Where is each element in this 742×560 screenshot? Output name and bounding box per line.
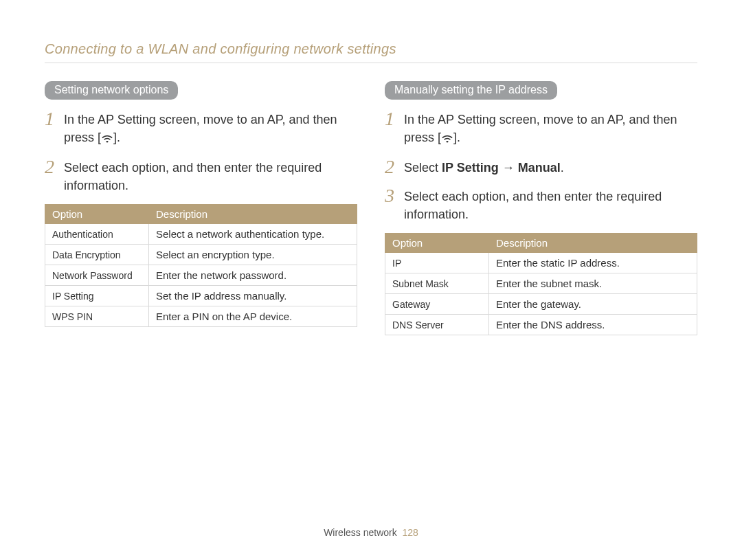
table-row: Subnet Mask Enter the subnet mask. bbox=[385, 273, 697, 294]
step-number: 2 bbox=[45, 157, 57, 177]
option-cell: WPS PIN bbox=[45, 306, 149, 327]
page-footer: Wireless network 128 bbox=[0, 527, 742, 538]
description-cell: Select a network authentication type. bbox=[149, 224, 357, 245]
option-cell: Gateway bbox=[385, 294, 489, 315]
description-cell: Enter the subnet mask. bbox=[489, 273, 697, 294]
bold-text: IP Setting bbox=[442, 161, 499, 175]
left-step-1: 1 In the AP Setting screen, move to an A… bbox=[45, 109, 357, 148]
table-row: DNS Server Enter the DNS address. bbox=[385, 315, 697, 335]
section-heading-right: Manually setting the IP address bbox=[385, 81, 557, 100]
step-text: In the AP Setting screen, move to an AP,… bbox=[404, 109, 697, 148]
table-row: Gateway Enter the gateway. bbox=[385, 294, 697, 315]
option-cell: DNS Server bbox=[385, 315, 489, 335]
step-number: 3 bbox=[385, 186, 397, 205]
description-cell: Select an encryption type. bbox=[149, 245, 357, 265]
right-options-table: Option Description IP Enter the static I… bbox=[385, 233, 697, 335]
description-cell: Enter the DNS address. bbox=[489, 315, 697, 335]
wifi-icon bbox=[101, 130, 113, 148]
description-cell: Set the IP address manually. bbox=[149, 286, 357, 306]
table-row: WPS PIN Enter a PIN on the AP device. bbox=[45, 306, 357, 327]
table-row: IP Setting Set the IP address manually. bbox=[45, 286, 357, 306]
step-number: 1 bbox=[45, 109, 57, 128]
description-cell: Enter the network password. bbox=[149, 265, 357, 286]
right-step-2: 2 Select IP Setting → Manual. bbox=[385, 157, 697, 177]
left-step-2: 2 Select each option, and then enter the… bbox=[45, 157, 357, 194]
table-row: IP Enter the static IP address. bbox=[385, 253, 697, 273]
footer-page-number: 128 bbox=[403, 527, 418, 538]
two-column-layout: Setting network options 1 In the AP Sett… bbox=[45, 81, 697, 335]
step-number: 2 bbox=[385, 157, 397, 177]
step-text: Select each option, and then enter the r… bbox=[404, 186, 697, 223]
option-cell: IP bbox=[385, 253, 489, 273]
table-header-description: Description bbox=[149, 205, 357, 224]
step-text: Select IP Setting → Manual. bbox=[404, 157, 564, 177]
text-fragment: . bbox=[561, 161, 564, 175]
option-cell: IP Setting bbox=[45, 286, 149, 306]
table-header-option: Option bbox=[45, 205, 149, 224]
footer-section: Wireless network bbox=[324, 527, 397, 538]
step-text: Select each option, and then enter the r… bbox=[64, 157, 357, 194]
step-text: In the AP Setting screen, move to an AP,… bbox=[64, 109, 357, 148]
description-cell: Enter a PIN on the AP device. bbox=[149, 306, 357, 327]
option-cell: Subnet Mask bbox=[385, 273, 489, 294]
step-number: 1 bbox=[385, 109, 397, 128]
wifi-icon bbox=[441, 130, 453, 148]
right-step-1: 1 In the AP Setting screen, move to an A… bbox=[385, 109, 697, 148]
option-cell: Network Password bbox=[45, 265, 149, 286]
left-column: Setting network options 1 In the AP Sett… bbox=[45, 81, 357, 335]
left-options-table: Option Description Authentication Select… bbox=[45, 204, 357, 327]
option-cell: Data Encryption bbox=[45, 245, 149, 265]
section-heading-left: Setting network options bbox=[45, 81, 178, 100]
table-header-description: Description bbox=[489, 234, 697, 253]
description-cell: Enter the gateway. bbox=[489, 294, 697, 315]
manual-page: Connecting to a WLAN and configuring net… bbox=[0, 0, 742, 560]
text-fragment: ]. bbox=[453, 131, 460, 144]
page-breadcrumb: Connecting to a WLAN and configuring net… bbox=[45, 41, 697, 57]
text-fragment: Select bbox=[404, 161, 442, 175]
option-cell: Authentication bbox=[45, 224, 149, 245]
right-column: Manually setting the IP address 1 In the… bbox=[385, 81, 697, 335]
table-row: Network Password Enter the network passw… bbox=[45, 265, 357, 286]
text-fragment: ]. bbox=[113, 131, 120, 144]
table-header-option: Option bbox=[385, 234, 489, 253]
table-row: Data Encryption Select an encryption typ… bbox=[45, 245, 357, 265]
right-step-3: 3 Select each option, and then enter the… bbox=[385, 186, 697, 223]
bold-text: Manual bbox=[518, 161, 561, 175]
description-cell: Enter the static IP address. bbox=[489, 253, 697, 273]
divider bbox=[45, 63, 697, 63]
table-row: Authentication Select a network authenti… bbox=[45, 224, 357, 245]
text-fragment: → bbox=[499, 161, 518, 175]
